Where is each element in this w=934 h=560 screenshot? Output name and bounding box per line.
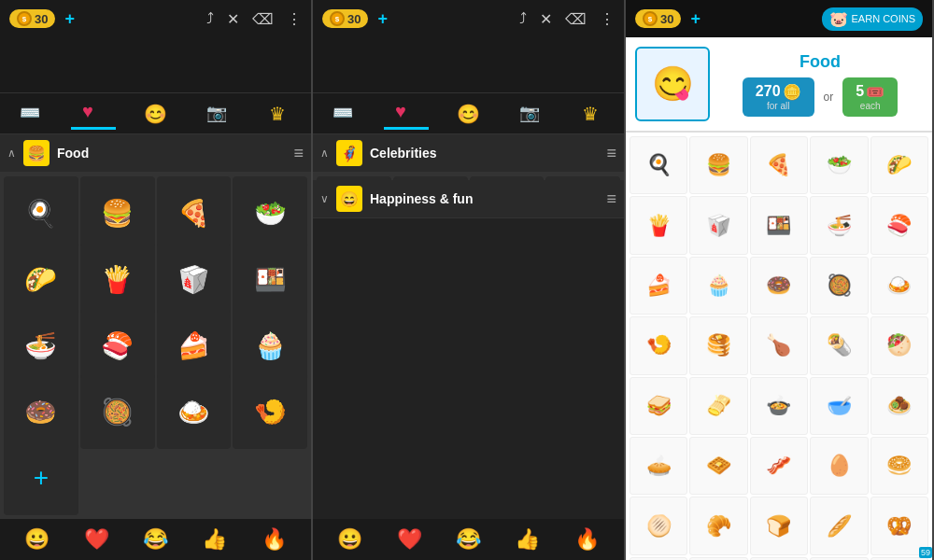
bottom-emoji-1[interactable]: 😀 [24,527,50,552]
sticker-cell[interactable]: 🌮 [4,243,78,317]
chevron-icon-1[interactable]: ∧ [7,147,16,160]
celebrity-sticker-cell[interactable]: 💚 [545,178,620,180]
pack-sticker-cell[interactable]: 🥣 [810,377,868,435]
backspace-icon-1[interactable]: ⌫ [252,10,274,28]
pack-sticker-cell[interactable]: 🥓 [750,437,808,495]
sticker-cell[interactable]: 🥡 [157,243,232,317]
sticker-cell[interactable]: 🧁 [233,309,307,384]
pack-sticker-cell[interactable]: 🥗 [810,136,868,194]
pack-sticker-cell[interactable]: 🫔 [689,377,747,435]
pack-sticker-cell[interactable]: 🍩 [750,257,808,315]
sticker-cell[interactable]: 🍛 [157,374,232,449]
tab-emoji-1[interactable]: 😊 [133,99,177,129]
pack-sticker-cell[interactable]: 🍱 [750,196,808,254]
tab-crown-2[interactable]: ♛ [571,99,616,129]
bottom-emoji-p2-4[interactable]: 👍 [515,527,540,552]
sticker-cell[interactable]: 🍕 [157,176,232,251]
pack-sticker-cell[interactable]: 🍣 [870,196,928,254]
bottom-emoji-2[interactable]: ❤️ [84,527,109,552]
coin-badge-3[interactable]: $ 30 [635,9,681,28]
section-menu-icon-2[interactable]: ≡ [606,144,616,163]
tab-heart-2[interactable]: ♥ [384,97,429,130]
pack-sticker-cell[interactable]: 🍛 [870,257,928,315]
tab-crown-1[interactable]: ♛ [258,99,303,129]
bottom-emoji-4[interactable]: 👍 [202,527,227,552]
pack-sticker-cell[interactable]: 🥡 [689,196,747,254]
sticker-cell[interactable]: 🍰 [157,309,232,384]
pack-sticker-cell[interactable]: 🍰 [630,257,687,315]
buy-each-button[interactable]: 5 🎟️ each [842,77,898,117]
close-icon-1[interactable]: ✕ [227,10,239,28]
pack-sticker-cell[interactable]: 🍜 [810,196,868,254]
crown-icon-1: ♛ [269,103,291,125]
coin-badge-1[interactable]: $ 30 [9,9,55,28]
pack-sticker-cell[interactable]: 🧇 [689,437,747,495]
pack-sticker-cell[interactable]: 🥙 [870,316,928,374]
pack-sticker-cell[interactable]: 🧁 [689,257,747,315]
share-icon-1[interactable]: ⤴ [206,10,214,27]
earn-coins-button[interactable]: 🐷 EARN COINS [822,7,923,31]
backspace-icon-2[interactable]: ⌫ [565,10,587,28]
tab-heart-1[interactable]: ♥ [71,97,116,130]
pack-sticker-cell[interactable]: 🥚 [810,437,868,495]
share-icon-2[interactable]: ⤴ [519,10,527,27]
pack-sticker-cell[interactable]: 🍤 [630,316,687,374]
sticker-cell[interactable]: 🥘 [80,374,155,449]
coin-badge-2[interactable]: $ 30 [322,9,368,28]
chevron-icon-3[interactable]: ∨ [320,192,329,205]
tab-camera-1[interactable]: 📷 [195,99,240,129]
tab-emoji-2[interactable]: 😊 [446,99,490,129]
bottom-emoji-p2-2[interactable]: ❤️ [397,527,422,552]
pack-sticker-cell[interactable]: 🍲 [750,377,808,435]
pack-sticker-cell[interactable]: 🥘 [810,257,868,315]
chevron-icon-2[interactable]: ∧ [320,147,329,160]
pack-sticker-cell[interactable]: 🌮 [870,136,928,194]
add-sticker-button-1[interactable]: + [4,441,78,515]
pack-sticker-cell[interactable]: 🍔 [689,136,747,194]
buy-all-button[interactable]: 270 🪙 for all [743,77,814,117]
celebrity-sticker-cell[interactable]: 🦸 [317,178,391,180]
tab-keyboard-2[interactable]: ⌨️ [321,99,366,129]
menu-icon-1[interactable]: ⋮ [287,10,302,28]
pack-sticker-cell[interactable]: 🍳 [630,136,687,194]
sticker-cell[interactable]: 🍜 [4,309,78,384]
celebrity-sticker-cell[interactable]: 🔴 [393,178,468,180]
bottom-emoji-p2-5[interactable]: 🔥 [574,527,600,552]
earn-coins-label: EARN COINS [852,13,915,24]
pack-sticker-cell[interactable]: 🍟 [630,196,687,254]
sticker-cell[interactable]: 🍩 [4,374,78,449]
pack-sticker-cell[interactable]: 🧆 [870,377,928,435]
pack-sticker-cell[interactable]: 🥖 [810,497,868,554]
bottom-emoji-p2-1[interactable]: 😀 [337,527,362,552]
bottom-emoji-3[interactable]: 😂 [143,527,168,552]
close-icon-2[interactable]: ✕ [540,10,552,28]
pack-sticker-cell[interactable]: 🥯 [870,437,928,495]
sticker-cell[interactable]: 🍟 [80,243,155,317]
celebrity-sticker-cell[interactable]: 🛡️ [470,178,545,180]
sticker-cell[interactable]: 🍱 [233,243,307,317]
menu-icon-2[interactable]: ⋮ [600,10,615,28]
pack-sticker-cell[interactable]: 🥞 [689,316,747,374]
pack-sticker-cell[interactable]: 🍞 [750,497,808,554]
pack-sticker-cell[interactable]: 🌯 [810,316,868,374]
pack-sticker-cell[interactable]: 🍕 [750,136,808,194]
bottom-emoji-5[interactable]: 🔥 [262,527,287,552]
plus-button-3[interactable]: + [690,9,700,29]
sticker-cell[interactable]: 🍤 [233,374,307,449]
pack-sticker-cell[interactable]: 🥐 [689,497,747,554]
bottom-emoji-p2-3[interactable]: 😂 [456,527,481,552]
sticker-cell[interactable]: 🍣 [80,309,155,384]
section-menu-icon-3[interactable]: ≡ [606,189,616,209]
pack-sticker-cell[interactable]: 🥧 [630,437,687,495]
sticker-cell[interactable]: 🍔 [80,176,155,251]
pack-sticker-cell[interactable]: 🍗 [750,316,808,374]
sticker-cell[interactable]: 🍳 [4,176,78,251]
tab-keyboard-1[interactable]: ⌨️ [8,99,53,129]
sticker-cell[interactable]: 🥗 [233,176,307,251]
plus-button-1[interactable]: + [64,9,75,29]
plus-button-2[interactable]: + [377,9,388,29]
pack-sticker-cell[interactable]: 🫓 [630,497,687,554]
pack-sticker-cell[interactable]: 🥪 [630,377,687,435]
section-menu-icon-1[interactable]: ≡ [293,144,304,163]
tab-camera-2[interactable]: 📷 [508,99,553,129]
